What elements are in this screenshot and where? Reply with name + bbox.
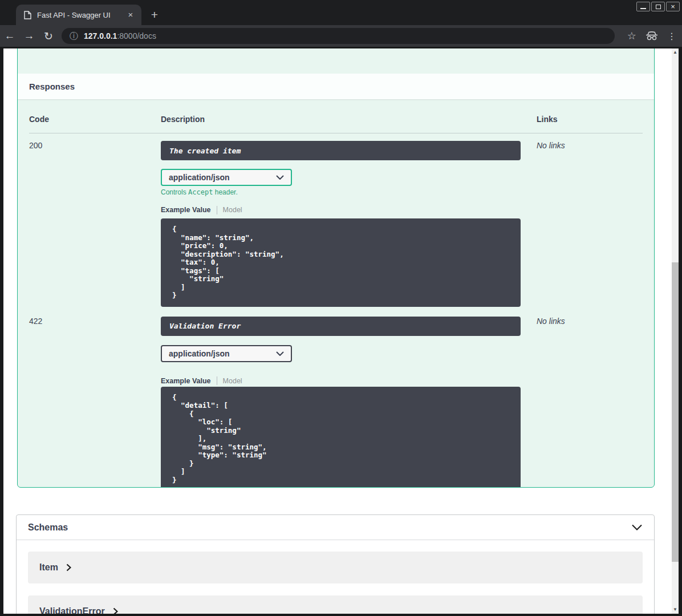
window-maximize-button[interactable] [651, 2, 665, 11]
schemas-body: Item ValidationError [17, 540, 654, 614]
close-icon: × [671, 3, 675, 10]
response-links: No links [537, 141, 643, 307]
response-code: 422 [29, 317, 161, 488]
back-button[interactable]: ← [0, 30, 19, 42]
response-row-422: 422 Validation Error application/json Ex… [29, 307, 643, 488]
forward-button[interactable]: → [19, 30, 39, 42]
tab-title: Fast API - Swagger UI [37, 11, 125, 19]
tab-example-value[interactable]: Example Value [161, 377, 211, 385]
tab-close-icon[interactable]: × [125, 10, 136, 20]
tab-model[interactable]: Model [223, 206, 242, 214]
chevron-down-icon [276, 175, 284, 180]
tab-model[interactable]: Model [223, 377, 242, 385]
maximize-icon [656, 5, 661, 9]
scrollbar-thumb[interactable] [672, 262, 679, 562]
toolbar-right: ☆ ⋮ [627, 25, 676, 47]
accept-note-suffix: header. [213, 188, 237, 196]
accept-header-note: Controls Accept header. [161, 188, 537, 196]
tab-strip: Fast API - Swagger UI × + × [0, 0, 682, 25]
media-type-dropdown[interactable]: application/json [161, 345, 292, 362]
bookmark-star-icon[interactable]: ☆ [627, 30, 636, 42]
responses-section-header: Responses [18, 74, 654, 99]
model-name: Item [39, 562, 58, 573]
response-code: 200 [29, 141, 161, 307]
chevron-right-icon [66, 564, 71, 572]
example-model-tabs: Example Value Model [161, 376, 537, 386]
schemas-collapse-chevron-icon[interactable] [631, 524, 643, 530]
response-links: No links [537, 317, 643, 488]
tab-separator [217, 206, 217, 214]
response-description-cell: The created item application/json Contro… [161, 141, 537, 307]
example-model-tabs: Example Value Model [161, 205, 537, 214]
responses-table: Code Description Links 200 The created i… [18, 99, 654, 488]
site-info-icon[interactable]: ⓘ [70, 31, 78, 42]
minimize-icon [640, 8, 646, 9]
model-name: ValidationError [39, 606, 105, 614]
window-controls: × [636, 2, 680, 11]
browser-toolbar: ← → ↻ ⓘ 127.0.0.1 :8000/docs ☆ ⋮ [0, 25, 682, 47]
page-viewport: Responses Code Description Links 200 The… [3, 48, 679, 614]
incognito-icon [646, 31, 658, 40]
chevron-right-icon [113, 607, 118, 614]
url-host: 127.0.0.1 [84, 31, 117, 40]
col-header-description: Description [161, 115, 537, 124]
accept-note-prefix: Controls [161, 188, 188, 196]
schema-model-item[interactable]: Item [28, 552, 643, 583]
scroll-down-arrow[interactable]: ▼ [672, 606, 679, 614]
col-header-code: Code [29, 115, 161, 124]
media-type-value: application/json [169, 349, 230, 358]
schemas-title: Schemas [28, 522, 68, 533]
new-tab-button[interactable]: + [147, 8, 162, 23]
browser-menu-icon[interactable]: ⋮ [667, 31, 676, 42]
response-description: Validation Error [161, 317, 521, 336]
media-type-value: application/json [169, 173, 230, 182]
response-description-cell: Validation Error application/json Exampl… [161, 317, 537, 488]
window-minimize-button[interactable] [636, 2, 650, 11]
chevron-down-icon [276, 351, 284, 356]
schemas-header: Schemas [17, 515, 654, 540]
accept-note-code: Accept [188, 188, 213, 196]
response-description: The created item [161, 141, 521, 160]
endpoint-body-spacer [18, 48, 654, 74]
window-close-button[interactable]: × [666, 2, 680, 11]
page-scrollbar[interactable]: ▲ ▼ [672, 48, 679, 614]
endpoint-block: Responses Code Description Links 200 The… [17, 48, 655, 488]
tab-separator [217, 376, 217, 385]
response-row-200: 200 The created item application/json Co… [29, 133, 643, 307]
address-bar[interactable]: ⓘ 127.0.0.1 :8000/docs [62, 28, 615, 44]
media-type-dropdown[interactable]: application/json [161, 169, 292, 186]
reload-button[interactable]: ↻ [39, 30, 58, 43]
url-path: :8000/docs [117, 31, 156, 40]
example-json-422: { "detail": [ { "loc": [ "string" ], "ms… [161, 387, 521, 488]
tab-example-value[interactable]: Example Value [161, 206, 211, 214]
responses-table-head: Code Description Links [29, 99, 643, 133]
scroll-up-arrow[interactable]: ▲ [672, 48, 679, 56]
col-header-links: Links [537, 115, 643, 124]
page-favicon-icon [24, 11, 31, 19]
responses-title: Responses [29, 82, 75, 91]
schema-model-validationerror[interactable]: ValidationError [28, 595, 643, 614]
schemas-section: Schemas Item ValidationError [16, 514, 655, 614]
example-json-200: { "name": "string", "price": 0, "descrip… [161, 218, 521, 307]
browser-tab[interactable]: Fast API - Swagger UI × [16, 5, 141, 25]
